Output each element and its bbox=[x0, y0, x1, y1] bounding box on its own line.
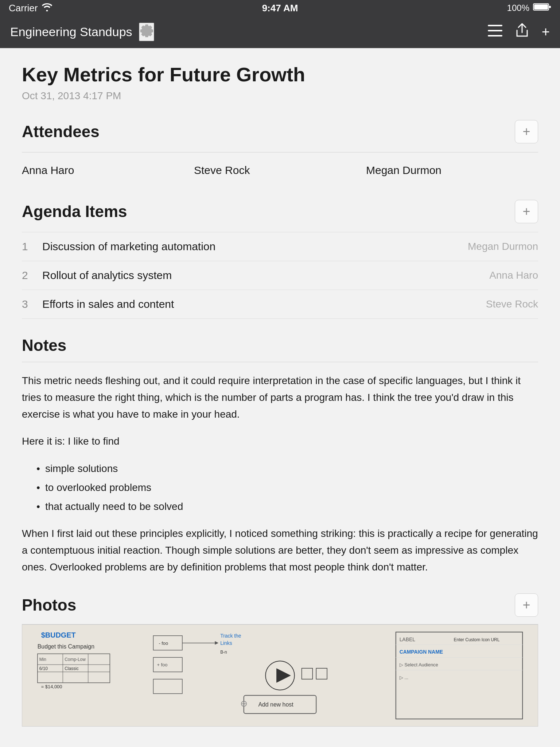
attendees-header: Attendees + bbox=[22, 120, 538, 143]
nav-right: + bbox=[488, 22, 550, 42]
nav-bar: Engineering Standups + bbox=[0, 16, 560, 48]
agenda-item-1-left: 1 Discussion of marketing automation bbox=[22, 240, 215, 253]
svg-text:Add new host: Add new host bbox=[258, 701, 293, 708]
battery-icon bbox=[533, 3, 551, 13]
agenda-item-2[interactable]: 2 Rollout of analytics system Anna Haro bbox=[22, 261, 538, 290]
svg-text:$BUDGET: $BUDGET bbox=[41, 631, 76, 639]
svg-text:Budget this Campaign: Budget this Campaign bbox=[38, 643, 94, 649]
attendees-title: Attendees bbox=[22, 123, 100, 141]
attendees-section: Attendees + Anna Haro Steve Rock Megan D… bbox=[22, 120, 538, 185]
photos-title: Photos bbox=[22, 596, 76, 614]
svg-rect-2 bbox=[549, 6, 551, 8]
svg-rect-30 bbox=[302, 668, 313, 679]
add-agenda-button[interactable]: + bbox=[515, 200, 538, 223]
svg-text:Track the: Track the bbox=[220, 632, 241, 638]
add-attendee-button[interactable]: + bbox=[515, 120, 538, 143]
svg-text:▷ Select Audience: ▷ Select Audience bbox=[400, 662, 438, 667]
notes-paragraph-2: Here it is: I like to find bbox=[22, 433, 538, 450]
meeting-title-section: Key Metrics for Future Growth Oct 31, 20… bbox=[22, 63, 538, 102]
svg-text:Comp-Low: Comp-Low bbox=[65, 657, 86, 662]
notes-section: Notes This metric needs fleshing out, an… bbox=[22, 336, 538, 576]
svg-text:⊕: ⊕ bbox=[240, 698, 248, 708]
battery-percent: 100% bbox=[507, 3, 529, 13]
svg-text:▷ ...: ▷ ... bbox=[400, 675, 408, 680]
svg-rect-1 bbox=[534, 4, 548, 9]
agenda-text-1: Discussion of marketing automation bbox=[42, 240, 215, 253]
svg-text:- foo: - foo bbox=[159, 640, 168, 646]
nav-title: Engineering Standups bbox=[10, 25, 132, 39]
svg-marker-24 bbox=[215, 641, 218, 645]
photos-header: Photos + bbox=[22, 593, 538, 617]
add-button[interactable]: + bbox=[542, 24, 550, 40]
meeting-datetime: Oct 31, 2013 4:17 PM bbox=[22, 90, 538, 102]
agenda-title: Agenda Items bbox=[22, 202, 127, 221]
notes-body: This metric needs fleshing out, and it c… bbox=[22, 372, 538, 576]
attendees-list: Anna Haro Steve Rock Megan Durmon bbox=[22, 158, 538, 185]
agenda-num-3: 3 bbox=[22, 298, 35, 310]
settings-button[interactable] bbox=[139, 23, 154, 41]
status-time: 9:47 AM bbox=[262, 3, 298, 14]
bullet-3: that actually need to be solved bbox=[36, 498, 538, 515]
svg-rect-31 bbox=[316, 668, 327, 679]
attendee-2: Steve Rock bbox=[194, 164, 366, 177]
meeting-title: Key Metrics for Future Growth bbox=[22, 63, 538, 86]
svg-text:B-n: B-n bbox=[220, 650, 227, 655]
svg-rect-35 bbox=[396, 632, 523, 719]
svg-text:Links: Links bbox=[220, 640, 232, 646]
svg-marker-29 bbox=[276, 668, 291, 683]
svg-rect-3 bbox=[488, 25, 502, 26]
whiteboard-photo: $BUDGET Budget this Campaign Min Comp-Lo… bbox=[22, 624, 538, 727]
status-bar-right: 100% bbox=[507, 3, 551, 13]
notes-title: Notes bbox=[22, 336, 538, 355]
attendees-divider bbox=[22, 152, 538, 152]
svg-rect-5 bbox=[488, 35, 502, 36]
bullet-1: simple solutions bbox=[36, 460, 538, 477]
svg-text:Enter Custom Icon URL: Enter Custom Icon URL bbox=[454, 637, 500, 642]
attendee-1: Anna Haro bbox=[22, 164, 194, 177]
agenda-num-1: 1 bbox=[22, 240, 35, 253]
svg-text:+ foo: + foo bbox=[157, 662, 167, 667]
notes-divider bbox=[22, 362, 538, 362]
agenda-text-2: Rollout of analytics system bbox=[42, 269, 172, 282]
carrier-label: Carrier bbox=[9, 3, 38, 14]
agenda-section: Agenda Items + 1 Discussion of marketing… bbox=[22, 200, 538, 319]
agenda-text-3: Efforts in sales and content bbox=[42, 298, 174, 310]
svg-text:LABEL: LABEL bbox=[400, 636, 416, 642]
agenda-owner-3: Steve Rock bbox=[486, 298, 538, 310]
agenda-item-1[interactable]: 1 Discussion of marketing automation Meg… bbox=[22, 232, 538, 261]
svg-rect-22 bbox=[153, 679, 182, 694]
bullet-2: to overlooked problems bbox=[36, 479, 538, 496]
svg-text:CAMPAIGN NAME: CAMPAIGN NAME bbox=[400, 649, 443, 655]
svg-rect-4 bbox=[488, 30, 502, 31]
svg-text:Classic: Classic bbox=[65, 666, 78, 671]
notes-para2-intro: Here it is: I like to find bbox=[22, 436, 120, 447]
content-area: Key Metrics for Future Growth Oct 31, 20… bbox=[0, 48, 560, 747]
agenda-owner-1: Megan Durmon bbox=[468, 241, 538, 252]
svg-text:Min: Min bbox=[39, 657, 46, 662]
attendee-3: Megan Durmon bbox=[366, 164, 538, 177]
agenda-owner-2: Anna Haro bbox=[489, 270, 538, 281]
nav-left: Engineering Standups bbox=[10, 23, 154, 41]
photos-section: Photos + $BUDGET Budget this Campaign Mi… bbox=[22, 593, 538, 727]
status-bar: Carrier 9:47 AM 100% bbox=[0, 0, 560, 16]
notes-paragraph-1: This metric needs fleshing out, and it c… bbox=[22, 372, 538, 423]
agenda-list: 1 Discussion of marketing automation Meg… bbox=[22, 232, 538, 319]
wifi-icon bbox=[42, 3, 52, 14]
agenda-num-2: 2 bbox=[22, 269, 35, 282]
add-photo-button[interactable]: + bbox=[515, 593, 538, 617]
notes-paragraph-3: When I first laid out these principles e… bbox=[22, 525, 538, 576]
agenda-item-3[interactable]: 3 Efforts in sales and content Steve Roc… bbox=[22, 290, 538, 319]
svg-text:= $14,000: = $14,000 bbox=[41, 684, 62, 689]
notes-bullet-list: simple solutions to overlooked problems … bbox=[36, 460, 538, 515]
agenda-item-2-left: 2 Rollout of analytics system bbox=[22, 269, 172, 282]
svg-text:6/10: 6/10 bbox=[39, 666, 48, 671]
share-button[interactable] bbox=[516, 22, 529, 42]
agenda-item-3-left: 3 Efforts in sales and content bbox=[22, 298, 174, 310]
agenda-header: Agenda Items + bbox=[22, 200, 538, 223]
hamburger-button[interactable] bbox=[488, 24, 502, 40]
status-bar-left: Carrier bbox=[9, 3, 52, 14]
